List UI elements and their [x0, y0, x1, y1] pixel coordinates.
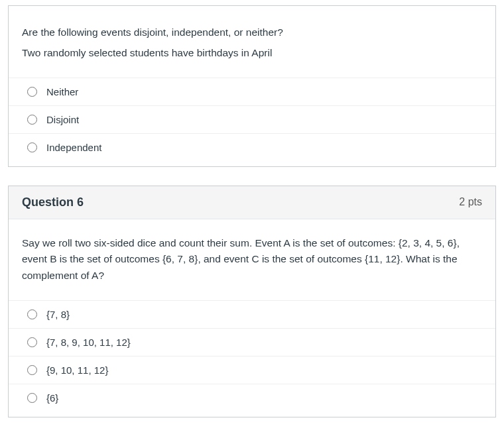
answer-option[interactable]: Independent	[9, 133, 495, 161]
question-prompt: Say we roll two six-sided dice and count…	[9, 219, 495, 300]
answer-label: Independent	[46, 142, 101, 153]
answer-radio[interactable]	[27, 337, 37, 347]
answer-label: {7, 8}	[46, 309, 70, 320]
answer-radio[interactable]	[27, 393, 37, 403]
answer-option[interactable]: {9, 10, 11, 12}	[9, 356, 495, 384]
answer-radio[interactable]	[27, 365, 37, 375]
question-prompt-line: Say we roll two six-sided dice and count…	[22, 235, 482, 284]
question-prompt: Are the following events disjoint, indep…	[9, 6, 495, 78]
answer-radio[interactable]	[27, 309, 37, 319]
answer-label: {6}	[46, 392, 58, 404]
answer-label: {7, 8, 9, 10, 11, 12}	[46, 337, 131, 348]
question-header: Question 6 2 pts	[9, 186, 495, 219]
answer-label: {9, 10, 11, 12}	[46, 364, 108, 376]
answer-option[interactable]: Neither	[9, 78, 495, 105]
answer-option[interactable]: {7, 8}	[9, 300, 495, 328]
question-card: Are the following events disjoint, indep…	[8, 5, 496, 167]
question-card: Question 6 2 pts Say we roll two six-sid…	[8, 186, 496, 417]
answer-label: Neither	[46, 86, 78, 97]
answer-list: Neither Disjoint Independent	[9, 78, 495, 166]
question-prompt-line: Two randomly selected students have birt…	[22, 45, 482, 62]
answer-option[interactable]: {7, 8, 9, 10, 11, 12}	[9, 328, 495, 356]
question-title: Question 6	[22, 195, 84, 209]
answer-radio[interactable]	[27, 87, 37, 97]
answer-label: Disjoint	[46, 114, 79, 125]
answer-radio[interactable]	[27, 115, 37, 125]
answer-option[interactable]: Disjoint	[9, 105, 495, 133]
answer-radio[interactable]	[27, 142, 37, 152]
question-prompt-line: Are the following events disjoint, indep…	[22, 25, 482, 41]
question-points: 2 pts	[459, 196, 482, 208]
answer-option[interactable]: {6}	[9, 384, 495, 412]
answer-list: {7, 8} {7, 8, 9, 10, 11, 12} {9, 10, 11,…	[9, 300, 495, 417]
